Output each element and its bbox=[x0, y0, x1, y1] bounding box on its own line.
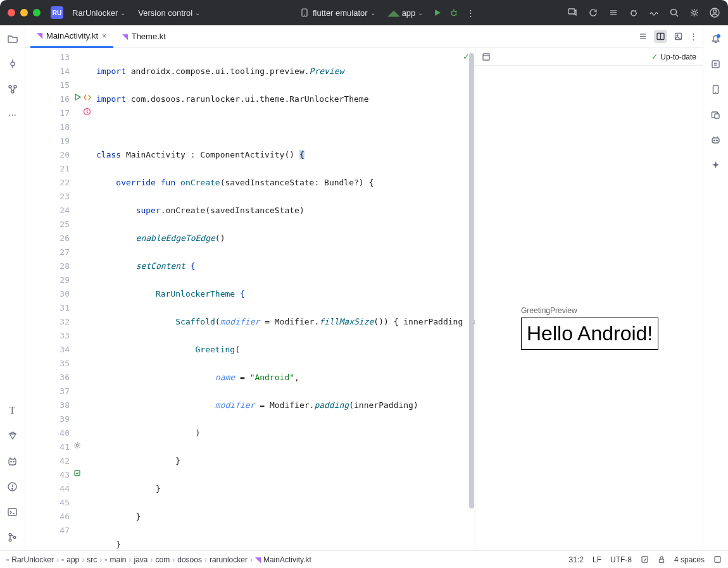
phone-icon bbox=[299, 7, 310, 18]
tab-menu-icon[interactable]: ⋮ bbox=[689, 32, 698, 41]
device-selector[interactable]: flutter emulator ⌄ bbox=[295, 4, 379, 21]
list-view-icon[interactable] bbox=[638, 32, 648, 41]
svg-line-13 bbox=[632, 10, 632, 11]
preview-render: Hello Android! bbox=[521, 318, 658, 350]
svg-point-12 bbox=[631, 11, 636, 16]
lock-icon[interactable] bbox=[658, 555, 665, 564]
svg-line-59 bbox=[713, 137, 714, 138]
device-manager-icon[interactable] bbox=[709, 82, 723, 96]
preview-canvas[interactable]: GreetingPreview Hello Android! bbox=[475, 66, 703, 550]
code-editor[interactable]: import androidx.compose.ui.tooling.previ… bbox=[75, 48, 475, 550]
tab-mainactivity[interactable]: ◥ MainActivity.kt × bbox=[30, 25, 113, 48]
svg-point-36 bbox=[9, 533, 11, 536]
account-icon[interactable] bbox=[709, 7, 720, 18]
svg-point-30 bbox=[11, 461, 11, 462]
svg-point-2 bbox=[452, 11, 456, 16]
more-run-icon[interactable]: ⋮ bbox=[465, 7, 476, 18]
module-icon: ▫ bbox=[6, 555, 9, 564]
run-config-selector[interactable]: ◢◣ app ⌄ bbox=[384, 4, 427, 21]
svg-rect-48 bbox=[75, 471, 80, 476]
svg-point-31 bbox=[13, 461, 14, 462]
svg-rect-51 bbox=[712, 61, 719, 68]
maximize-window-button[interactable] bbox=[33, 9, 41, 16]
debug-button[interactable] bbox=[448, 7, 460, 18]
right-tool-strip bbox=[703, 25, 728, 550]
copilot-icon[interactable] bbox=[709, 133, 723, 147]
vcs-menu[interactable]: Version control ⌄ bbox=[134, 6, 204, 20]
structure-tool-icon[interactable] bbox=[6, 82, 20, 96]
kotlin-file-icon: ◥ bbox=[37, 31, 42, 40]
notifications-icon[interactable] bbox=[709, 32, 723, 46]
ai-assistant-icon[interactable] bbox=[709, 158, 723, 172]
breadcrumbs[interactable]: ▫RarUnlocker› ▫app› src› ▫main› java› co… bbox=[6, 555, 311, 564]
svg-rect-55 bbox=[715, 114, 719, 118]
svg-line-60 bbox=[717, 137, 718, 138]
cat-tool-icon[interactable] bbox=[6, 454, 20, 468]
statusbar-right: 31:2 LF UTF-8 4 spaces bbox=[569, 555, 722, 564]
preview-status-text: Up-to-date bbox=[660, 52, 696, 61]
project-name: RarUnlocker bbox=[72, 8, 118, 18]
chevron-down-icon: ⌄ bbox=[195, 9, 200, 16]
module-icon: ▫ bbox=[104, 555, 107, 564]
run-button[interactable] bbox=[432, 7, 443, 18]
code-pane: ✓ 13 14 15 16 17 18192021222324252627282… bbox=[25, 48, 475, 550]
more-tools-icon[interactable]: ⋯ bbox=[6, 108, 20, 121]
split-view-icon[interactable] bbox=[654, 30, 667, 43]
svg-point-34 bbox=[12, 488, 13, 489]
inspections-icon[interactable] bbox=[628, 7, 639, 18]
svg-line-4 bbox=[451, 11, 452, 12]
code-with-me-icon[interactable] bbox=[567, 7, 579, 18]
svg-rect-49 bbox=[483, 54, 489, 60]
preview-expand-icon[interactable] bbox=[482, 52, 491, 61]
profiler-icon[interactable] bbox=[648, 7, 660, 18]
run-gutter-icon[interactable] bbox=[74, 94, 81, 101]
readonly-icon[interactable] bbox=[641, 555, 649, 564]
preview-gutter-icon[interactable] bbox=[73, 469, 81, 477]
editor-column: ◥ MainActivity.kt × ◥ Theme.kt ⋮ ✓ 13 bbox=[25, 25, 703, 550]
commit-tool-icon[interactable] bbox=[6, 57, 20, 71]
module-icon: ▫ bbox=[61, 555, 64, 564]
svg-point-37 bbox=[9, 539, 11, 541]
indent-indicator[interactable]: 4 spaces bbox=[674, 555, 705, 564]
gradle-tool-icon[interactable] bbox=[709, 57, 723, 71]
window-controls bbox=[8, 9, 41, 16]
nav-icon[interactable] bbox=[84, 94, 91, 101]
git-tool-icon[interactable] bbox=[6, 530, 20, 544]
svg-point-58 bbox=[717, 140, 718, 141]
tab-label: Theme.kt bbox=[132, 32, 166, 41]
gem-tool-icon[interactable] bbox=[6, 429, 20, 443]
line-gutter[interactable]: 13 14 15 16 17 1819202122232425262728293… bbox=[25, 48, 75, 550]
memory-icon[interactable] bbox=[713, 555, 722, 564]
build-icon[interactable] bbox=[608, 7, 619, 18]
project-tool-icon[interactable] bbox=[6, 32, 20, 46]
design-view-icon[interactable] bbox=[674, 32, 683, 41]
refresh-icon[interactable] bbox=[587, 7, 599, 18]
svg-rect-62 bbox=[659, 559, 663, 563]
close-window-button[interactable] bbox=[8, 9, 15, 16]
tab-theme[interactable]: ◥ Theme.kt bbox=[116, 25, 172, 48]
svg-rect-63 bbox=[715, 557, 720, 562]
preview-label: GreetingPreview bbox=[521, 306, 577, 315]
close-tab-icon[interactable]: × bbox=[102, 31, 107, 40]
svg-point-47 bbox=[76, 444, 78, 447]
caret-position[interactable]: 31:2 bbox=[569, 555, 584, 564]
terminal-tool-icon[interactable] bbox=[6, 505, 20, 519]
override-icon[interactable] bbox=[83, 108, 91, 116]
settings-gutter-icon[interactable] bbox=[73, 441, 81, 449]
editor-scrollbar[interactable] bbox=[468, 48, 475, 550]
text-tool-icon[interactable]: T bbox=[6, 404, 20, 417]
problems-tool-icon[interactable] bbox=[6, 479, 20, 493]
svg-rect-61 bbox=[642, 557, 648, 562]
line-separator[interactable]: LF bbox=[593, 555, 601, 564]
svg-line-7 bbox=[456, 15, 457, 15]
svg-line-5 bbox=[456, 11, 457, 12]
check-icon: ✓ bbox=[651, 52, 658, 61]
project-selector[interactable]: RarUnlocker ⌄ bbox=[68, 6, 129, 20]
settings-icon[interactable] bbox=[689, 7, 700, 18]
file-encoding[interactable]: UTF-8 bbox=[610, 555, 632, 564]
svg-point-22 bbox=[11, 62, 15, 66]
minimize-window-button[interactable] bbox=[20, 9, 28, 16]
search-icon[interactable] bbox=[668, 7, 680, 18]
emulator-tool-icon[interactable] bbox=[709, 108, 723, 121]
vcs-label: Version control bbox=[138, 8, 192, 18]
